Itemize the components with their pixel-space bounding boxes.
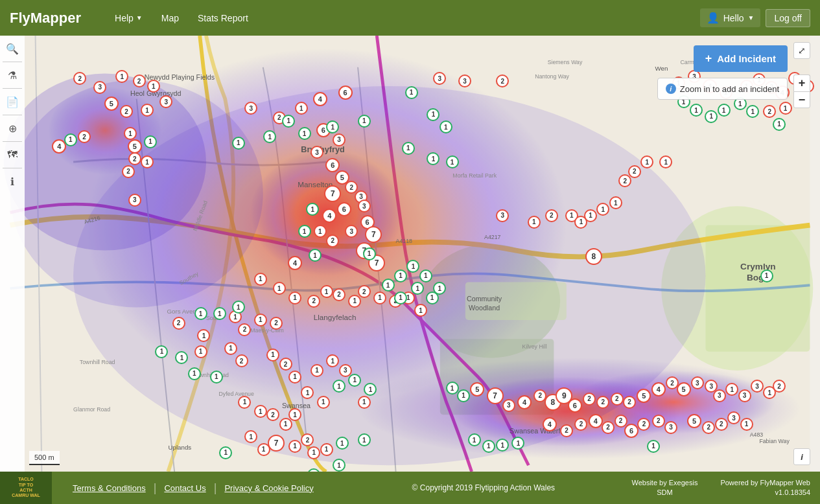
footer-links: Terms & Conditions | Contact Us | Privac… — [52, 481, 348, 495]
svg-text:Siemens Way: Siemens Way — [548, 59, 583, 65]
svg-text:Glanmor Road: Glanmor Road — [73, 406, 110, 413]
svg-text:Townhill Road: Townhill Road — [80, 359, 115, 365]
zoom-controls: + − — [793, 74, 810, 108]
svg-rect-0 — [10, 36, 810, 472]
footer-powered: Powered by FlyMapper Web v1.0.18354 — [710, 478, 820, 498]
add-incident-button[interactable]: + Add Incident — [694, 45, 788, 72]
svg-point-3 — [661, 206, 813, 371]
zoom-hint-tooltip: i Zoom in to add an incident — [657, 78, 788, 100]
map-view-tool[interactable]: 🗺 — [3, 145, 22, 165]
logout-button[interactable]: Log off — [766, 9, 810, 27]
svg-text:A483: A483 — [750, 431, 764, 438]
svg-text:South: South — [206, 315, 221, 321]
svg-text:Swansea: Swansea — [282, 402, 310, 409]
svg-text:Morfa Retail Park: Morfa Retail Park — [452, 172, 497, 179]
tool-separator-5 — [3, 168, 22, 168]
hello-button[interactable]: 👤 Hello ▼ — [700, 8, 761, 27]
user-icon: 👤 — [707, 12, 720, 24]
search-tool[interactable]: 🔍 — [3, 39, 22, 58]
svg-text:Swansea Waterfront: Swansea Waterfront — [510, 427, 572, 435]
tool-separator-4 — [3, 141, 22, 142]
svg-text:Bog: Bog — [747, 273, 764, 282]
document-tool[interactable]: 📄 — [3, 92, 22, 111]
svg-text:Fabian Way: Fabian Way — [759, 438, 790, 444]
map-info-button[interactable]: i — [793, 448, 810, 465]
svg-text:Dyfed Avenue: Dyfed Avenue — [218, 391, 254, 397]
filter-tool[interactable]: ⚗ — [3, 65, 22, 85]
svg-text:Brynhyfryd: Brynhyfryd — [301, 145, 345, 154]
plus-icon: + — [705, 52, 712, 65]
app-footer: TACLOTIP TOACTHCAMRU WAL Terms & Conditi… — [0, 472, 820, 504]
tool-separator-2 — [3, 88, 22, 89]
svg-text:Middle Road: Middle Road — [192, 200, 209, 232]
svg-point-11 — [573, 371, 775, 434]
hello-dropdown-arrow: ▼ — [748, 14, 755, 21]
footer-logo: TACLOTIP TOACTHCAMRU WAL — [0, 472, 52, 504]
svg-text:A4118: A4118 — [396, 238, 412, 244]
map-svg: A4216 A4217 A4118 A483 Newydd Playing Fi… — [0, 36, 820, 472]
app-logo: FlyMapper — [10, 10, 81, 27]
tool-separator-1 — [3, 62, 22, 62]
map-container[interactable]: A4216 A4217 A4118 A483 Newydd Playing Fi… — [0, 36, 820, 472]
svg-text:Crymlyn: Crymlyn — [740, 262, 776, 271]
svg-text:Gors Avenue: Gors Avenue — [167, 308, 203, 315]
map-background: A4216 A4217 A4118 A483 Newydd Playing Fi… — [0, 36, 820, 472]
svg-point-7 — [358, 358, 801, 459]
map-tools-panel: 🔍 ⚗ 📄 ⊕ 🗺 ℹ — [0, 36, 25, 472]
svg-point-6 — [4, 74, 206, 251]
svg-text:Llangyfelach: Llangyfelach — [314, 313, 357, 321]
svg-text:Kilvey Hill: Kilvey Hill — [522, 343, 547, 350]
footer-copyright: © Copyright 2019 Flytipping Action Wales — [348, 483, 618, 492]
svg-point-9 — [48, 86, 162, 175]
zoom-in-button[interactable]: + — [793, 74, 810, 91]
svg-rect-4 — [705, 225, 810, 352]
svg-text:Southey: Southey — [178, 270, 200, 286]
svg-text:Townhill Road: Townhill Road — [193, 372, 229, 378]
layers-tool[interactable]: ⊕ — [3, 119, 22, 138]
svg-point-12 — [73, 86, 705, 465]
fullscreen-button[interactable]: ⤢ — [793, 42, 810, 59]
svg-rect-14 — [465, 282, 567, 320]
terms-conditions-link[interactable]: Terms & Conditions — [65, 483, 154, 493]
app-header: FlyMapper Help ▼ Map Stats Report 👤 Hell… — [0, 0, 820, 36]
footer-logo-text: TACLOTIP TOACTHCAMRU WAL — [12, 477, 40, 499]
svg-point-1 — [421, 244, 561, 358]
svg-point-13 — [10, 80, 263, 307]
svg-text:Manselton: Manselton — [298, 180, 333, 189]
zoom-hint-icon: i — [666, 84, 676, 94]
map-scale-bar: 500 m — [29, 451, 60, 465]
svg-text:Woodland: Woodland — [469, 304, 500, 312]
svg-point-5 — [86, 49, 567, 402]
svg-text:Newydd Playing Fields: Newydd Playing Fields — [145, 73, 215, 81]
svg-text:A4217: A4217 — [484, 234, 500, 240]
svg-text:Heol Gwyrosydd: Heol Gwyrosydd — [130, 89, 182, 97]
nav-help[interactable]: Help ▼ — [107, 9, 150, 27]
tool-separator-3 — [3, 115, 22, 115]
svg-text:Maes-y-Cwm: Maes-y-Cwm — [250, 327, 284, 334]
svg-point-8 — [250, 150, 402, 276]
main-nav: Help ▼ Map Stats Report — [107, 9, 700, 27]
svg-text:Nantong Way: Nantong Way — [535, 73, 569, 80]
svg-text:Community: Community — [467, 295, 502, 303]
contact-us-link[interactable]: Contact Us — [156, 483, 213, 493]
svg-text:Uplands: Uplands — [168, 444, 191, 451]
zoom-out-button[interactable]: − — [793, 91, 810, 108]
help-dropdown-arrow: ▼ — [136, 14, 143, 21]
svg-point-10 — [452, 377, 680, 446]
svg-rect-2 — [440, 339, 554, 415]
footer-website: Website by Exegesis SDM — [619, 478, 711, 498]
nav-map[interactable]: Map — [154, 9, 187, 27]
nav-stats-report[interactable]: Stats Report — [190, 9, 256, 27]
svg-text:A4216: A4216 — [84, 214, 101, 225]
privacy-policy-link[interactable]: Privacy & Cookie Policy — [217, 483, 321, 493]
user-area: 👤 Hello ▼ Log off — [700, 8, 810, 27]
info-tool[interactable]: ℹ — [3, 172, 22, 191]
svg-text:Wen: Wen — [655, 65, 668, 72]
